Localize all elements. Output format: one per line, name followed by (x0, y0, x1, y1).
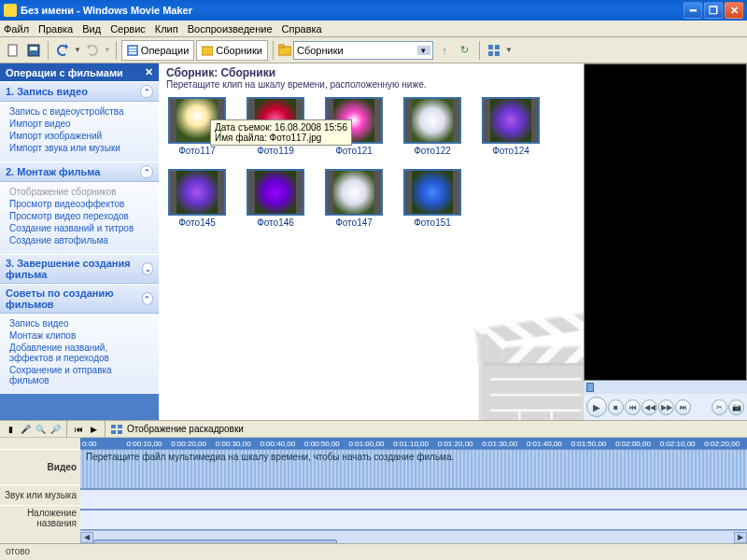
task-view-effects[interactable]: Просмотр видеоэффектов (9, 198, 153, 210)
scroll-thumb[interactable] (93, 539, 337, 544)
zoom-out-icon[interactable]: 🔎 (49, 423, 62, 436)
up-button[interactable]: ↑ (435, 41, 454, 60)
tasks-toggle[interactable]: Операции (121, 40, 194, 61)
thumb-caption: Фото151 (403, 217, 461, 228)
next-button[interactable]: ⏭ (675, 399, 691, 415)
collection-dropdown[interactable]: Сборники (293, 41, 433, 60)
svg-rect-5 (129, 49, 136, 51)
timeline-placeholder: Перетащите файл мультимедиа на шкалу вре… (86, 452, 454, 462)
menu-service[interactable]: Сервис (110, 23, 146, 35)
menu-play[interactable]: Воспроизведение (188, 23, 273, 35)
thumbnail[interactable]: Фото122 (403, 97, 461, 156)
thumb-caption: Фото124 (482, 146, 540, 156)
app-icon (4, 4, 17, 17)
split-button[interactable]: ✂ (712, 399, 727, 415)
timeline-scrollbar[interactable]: ◀ ▶ (80, 530, 747, 543)
task-view-transitions[interactable]: Просмотр видео переходов (9, 210, 153, 222)
task-import-audio[interactable]: Импорт звука или музыки (9, 142, 153, 154)
status-bar: отово (0, 543, 747, 560)
scroll-right-icon[interactable]: ▶ (734, 532, 747, 543)
refresh-button[interactable]: ↻ (456, 41, 474, 60)
separator (273, 41, 274, 60)
timeline-toolbar: ▮ 🎤 🔍 🔎 ⏮ ▶ Отображение раскадровки (0, 421, 747, 438)
task-import-video[interactable]: Импорт видео (9, 118, 153, 130)
audio-track[interactable] (80, 489, 747, 510)
stop-button[interactable]: ■ (608, 399, 624, 415)
taskpane-close-icon[interactable]: ✕ (145, 66, 153, 78)
prev-button[interactable]: ⏮ (625, 399, 641, 415)
separator (116, 41, 117, 60)
section-head-2[interactable]: 2. Монтаж фильма⌃ (0, 161, 159, 182)
main-area: Операции с фильмами ✕ 1. Запись видео⌃ З… (0, 63, 747, 420)
tooltip: Дата съемок: 16.08.2008 15:56 Имя файла:… (210, 119, 352, 146)
thumbnail[interactable]: Фото151 (403, 169, 461, 228)
thumb-caption: Фото145 (168, 217, 226, 228)
tip-save[interactable]: Сохранение и отправка фильмов (9, 364, 153, 386)
close-button[interactable]: ✕ (725, 2, 743, 19)
maximize-button[interactable]: ❐ (704, 2, 723, 19)
timeline: ▮ 🎤 🔍 🔎 ⏮ ▶ Отображение раскадровки Виде… (0, 420, 747, 543)
separator (48, 41, 49, 60)
separator (479, 41, 480, 60)
collection-pane: Сборник: Сборники Перетащите клип на шка… (159, 63, 584, 420)
thumbnail[interactable]: Фото145 (168, 169, 226, 228)
menu-edit[interactable]: Правка (38, 23, 73, 35)
svg-rect-17 (118, 430, 122, 434)
svg-rect-4 (129, 47, 136, 49)
undo-button[interactable] (53, 41, 72, 60)
zoom-in-icon[interactable]: 🔍 (34, 423, 47, 436)
menu-clip[interactable]: Клип (155, 23, 178, 35)
thumb-caption: Фото121 (325, 146, 383, 156)
task-make-titles[interactable]: Создание названий и титров (9, 222, 153, 234)
thumbnail[interactable]: Фото124 (482, 97, 540, 156)
timeline-marker-icon[interactable]: ▮ (4, 423, 17, 436)
svg-rect-13 (495, 51, 500, 56)
thumbnail[interactable]: Фото146 (247, 169, 304, 228)
thumb-caption: Фото117 (168, 146, 226, 156)
rewind-button[interactable]: ◀◀ (641, 399, 657, 415)
play-button[interactable]: ▶ (586, 397, 607, 417)
task-capture-device[interactable]: Запись с видеоустройства (9, 105, 153, 118)
storyboard-label[interactable]: Отображение раскадровки (127, 424, 244, 434)
thumbnail[interactable]: Фото147 (325, 169, 383, 228)
menu-view[interactable]: Вид (82, 23, 101, 35)
redo-button[interactable] (83, 41, 102, 60)
save-button[interactable] (24, 41, 43, 60)
menu-help[interactable]: Справка (282, 23, 322, 35)
forward-button[interactable]: ▶▶ (658, 399, 674, 415)
chevron-icon: ⌃ (142, 292, 153, 305)
track-label-title: Наложение названия (0, 505, 80, 530)
svg-rect-10 (488, 45, 493, 49)
new-button[interactable] (4, 41, 22, 60)
task-automovie[interactable]: Создание автофильма (9, 234, 153, 246)
title-bar: Без имени - Windows Movie Maker ━ ❐ ✕ (0, 0, 747, 21)
storyboard-icon[interactable] (110, 423, 123, 436)
minimize-button[interactable]: ━ (684, 2, 702, 19)
timeline-narrate-icon[interactable]: 🎤 (19, 423, 32, 436)
section-head-3[interactable]: 3. Завершение создания фильма⌄ (0, 254, 159, 284)
section-head-1[interactable]: 1. Запись видео⌃ (0, 81, 159, 102)
tip-titles[interactable]: Добавление названий, эффектов и переходо… (9, 342, 153, 364)
task-import-images[interactable]: Импорт изображений (9, 130, 153, 142)
chevron-icon: ⌃ (140, 85, 153, 98)
snapshot-button[interactable]: 📷 (728, 399, 744, 415)
collections-toggle[interactable]: Сборники (196, 40, 268, 61)
time-ruler[interactable]: 0:000:00:10,000:00:20,000:00:30,000:00:4… (80, 438, 747, 449)
scroll-left-icon[interactable]: ◀ (80, 532, 93, 543)
section-head-tips[interactable]: Советы по созданию фильмов⌃ (0, 284, 159, 314)
seek-handle[interactable] (586, 383, 594, 392)
thumb-caption: Фото119 (247, 146, 304, 156)
seek-bar[interactable] (584, 381, 747, 394)
menu-file[interactable]: Файл (4, 23, 29, 35)
play-timeline-button[interactable]: ▶ (87, 423, 100, 436)
svg-rect-16 (111, 430, 116, 434)
video-track[interactable]: Перетащите файл мультимедиа на шкалу вре… (80, 449, 747, 489)
thumb-caption: Фото122 (403, 146, 461, 156)
tip-edit[interactable]: Монтаж клипов (9, 329, 153, 342)
collection-title: Сборник: Сборники (166, 66, 576, 79)
title-track[interactable] (80, 510, 747, 530)
svg-rect-15 (118, 425, 122, 428)
tip-capture[interactable]: Запись видео (9, 317, 153, 329)
view-button[interactable] (485, 41, 503, 60)
rewind-timeline-button[interactable]: ⏮ (72, 423, 85, 436)
